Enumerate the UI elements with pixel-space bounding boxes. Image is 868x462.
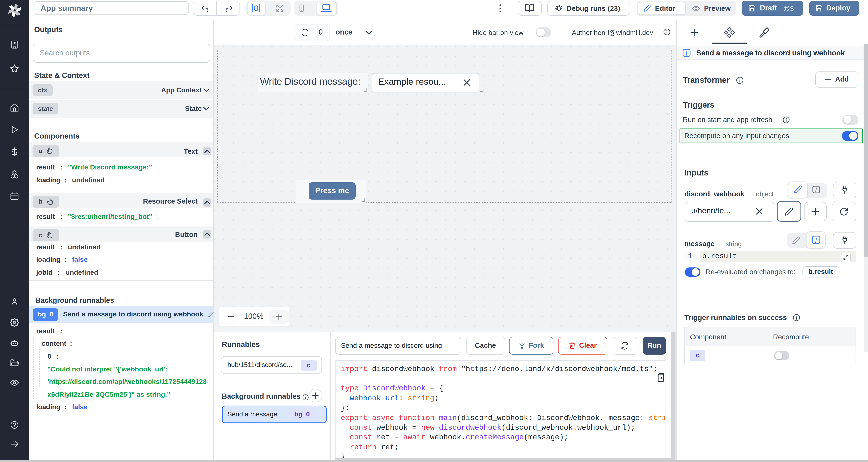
svg-text:f: f (815, 236, 817, 243)
svg-text:f: f (686, 50, 688, 56)
svg-text:f: f (815, 187, 817, 192)
